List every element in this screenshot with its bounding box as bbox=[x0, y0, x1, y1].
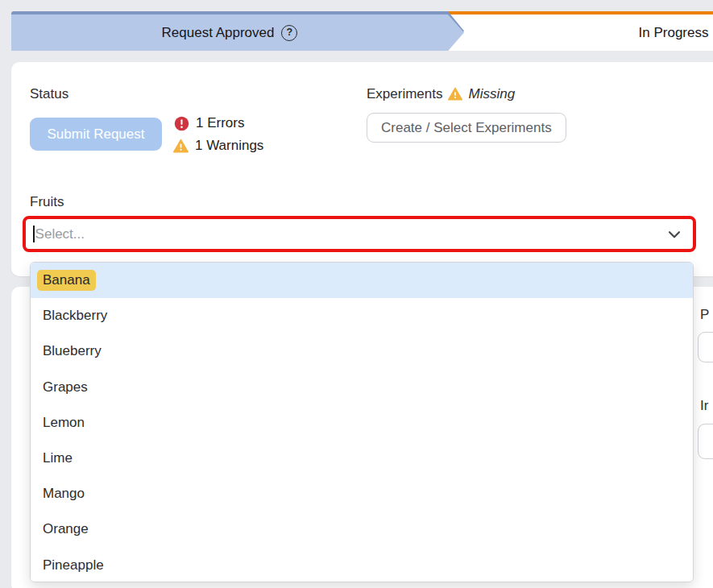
fruits-option-match-text: Banana bbox=[37, 270, 96, 291]
tab-request-approved-label: Request Approved bbox=[162, 25, 275, 41]
experiments-missing-badge: Missing bbox=[468, 86, 515, 102]
side-field-1-label: P bbox=[700, 307, 709, 323]
chevron-down-icon[interactable] bbox=[665, 226, 683, 243]
status-label: Status bbox=[30, 86, 68, 102]
tab-in-progress-label: In Progress bbox=[639, 25, 709, 41]
fruits-option-banana[interactable]: Banana bbox=[31, 263, 693, 298]
fruits-option-lemon[interactable]: Lemon bbox=[31, 405, 693, 441]
fruits-option-pineapple[interactable]: Pineapple bbox=[31, 548, 693, 583]
experiments-label: Experiments bbox=[367, 86, 442, 102]
text-cursor bbox=[33, 226, 35, 242]
submit-request-label: Submit Request bbox=[48, 126, 145, 143]
help-icon[interactable]: ? bbox=[281, 25, 297, 41]
fruits-option-mango[interactable]: Mango bbox=[31, 476, 693, 511]
warnings-count: 1 Warnings bbox=[195, 138, 263, 154]
fruits-select-placeholder: Select... bbox=[35, 226, 665, 242]
fruits-option-orange[interactable]: Orange bbox=[31, 511, 693, 547]
warnings-row: 1 Warnings bbox=[173, 138, 263, 154]
side-field-2-input[interactable] bbox=[698, 424, 713, 459]
errors-row: 1 Errors bbox=[174, 115, 244, 131]
errors-count: 1 Errors bbox=[196, 115, 244, 131]
fruits-option-blackberry[interactable]: Blackberry bbox=[31, 298, 693, 333]
submit-request-button[interactable]: Submit Request bbox=[30, 118, 162, 151]
side-field-1-input[interactable] bbox=[698, 332, 713, 362]
request-form-screen: Request Approved ? In Progress Status Su… bbox=[0, 0, 713, 588]
fruits-option-grapes[interactable]: Grapes bbox=[31, 370, 693, 405]
create-select-experiments-button[interactable]: Create / Select Experiments bbox=[367, 113, 566, 143]
tab-in-progress[interactable]: In Progress bbox=[448, 11, 713, 51]
fruits-label: Fruits bbox=[30, 194, 64, 210]
side-field-2-label: Ir bbox=[700, 398, 708, 414]
create-select-experiments-label: Create / Select Experiments bbox=[381, 120, 552, 136]
warning-icon bbox=[173, 139, 189, 154]
fruits-option-blueberry[interactable]: Blueberry bbox=[31, 333, 693, 369]
missing-warning-icon bbox=[448, 87, 462, 101]
tab-request-approved[interactable]: Request Approved ? bbox=[11, 11, 464, 51]
fruits-option-lime[interactable]: Lime bbox=[31, 441, 693, 476]
error-icon bbox=[174, 116, 189, 131]
fruits-select-input[interactable]: Select... bbox=[23, 216, 696, 252]
fruits-dropdown-menu: Banana Blackberry Blueberry Grapes Lemon… bbox=[30, 262, 694, 582]
experiments-header: Experiments Missing bbox=[367, 86, 515, 102]
